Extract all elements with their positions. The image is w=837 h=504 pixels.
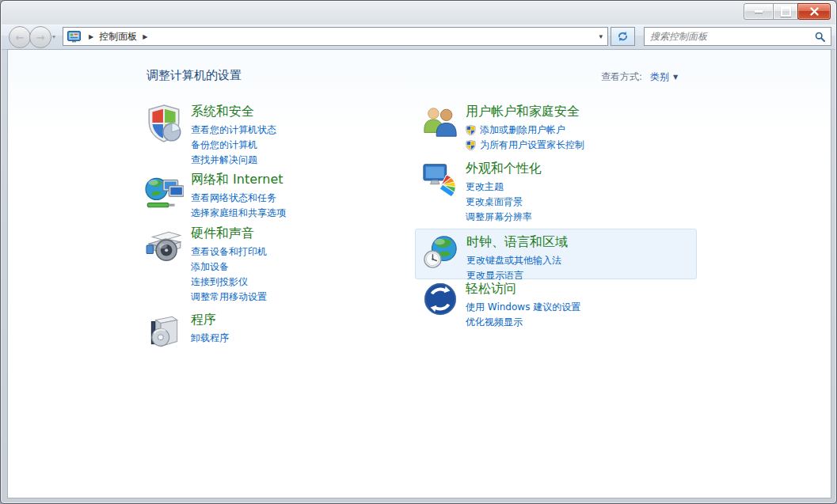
- uac-shield-icon: [466, 125, 476, 135]
- close-icon: [810, 7, 819, 16]
- category-title[interactable]: 时钟、语言和区域: [466, 234, 568, 251]
- view-by-control: 查看方式: 类别 ▼: [601, 70, 678, 84]
- category-links: 查看您的计算机状态 备份您的计算机 查找并解决问题: [191, 123, 276, 168]
- address-bar[interactable]: ▶ 控制面板 ▶ ▾: [63, 27, 608, 46]
- appearance-personalization-icon: [422, 161, 458, 197]
- view-by-dropdown[interactable]: 类别: [650, 70, 669, 84]
- breadcrumb-root[interactable]: 控制面板: [99, 30, 137, 44]
- section-ease-of-access: 轻松访问 使用 Windows 建议的设置 优化视频显示: [422, 281, 580, 330]
- user-accounts-icon: [422, 104, 458, 140]
- task-link[interactable]: 备份您的计算机: [191, 138, 276, 152]
- category-links: 添加或删除用户帐户 为所有用户设置家长控制: [466, 123, 584, 153]
- category-links: 更改主题 更改桌面背景 调整屏幕分辨率: [466, 180, 542, 225]
- window-controls: [744, 3, 831, 20]
- navigation-toolbar: ← → ▾ ▶ 控制面板 ▶ ▾: [2, 25, 835, 50]
- task-link[interactable]: 选择家庭组和共享选项: [191, 206, 286, 220]
- uac-shield-icon: [466, 140, 476, 150]
- task-link[interactable]: 调整常用移动设置: [191, 290, 267, 304]
- breadcrumb-chevron-icon[interactable]: ▶: [89, 33, 93, 40]
- breadcrumb-chevron-icon[interactable]: ▶: [143, 33, 147, 40]
- refresh-button[interactable]: [611, 27, 635, 46]
- category-title[interactable]: 用户帐户和家庭安全: [466, 104, 584, 120]
- task-link[interactable]: 查看网络状态和任务: [191, 191, 286, 205]
- titlebar[interactable]: [1, 1, 836, 25]
- chevron-down-icon[interactable]: ▼: [673, 74, 678, 81]
- back-button[interactable]: ←: [9, 26, 31, 48]
- section-programs: 程序 卸载程序: [144, 312, 229, 351]
- category-title[interactable]: 轻松访问: [466, 281, 580, 297]
- section-appearance-personalization: 外观和个性化 更改主题 更改桌面背景 调整屏幕分辨率: [422, 161, 542, 225]
- view-by-label: 查看方式:: [601, 70, 642, 84]
- task-link[interactable]: 查找并解决问题: [191, 153, 276, 167]
- task-link[interactable]: 添加或删除用户帐户: [466, 123, 584, 137]
- address-dropdown-icon[interactable]: ▾: [599, 32, 603, 40]
- section-network-internet: 网络和 Internet 查看网络状态和任务 选择家庭组和共享选项: [144, 172, 286, 221]
- search-input[interactable]: [645, 31, 815, 42]
- category-links: 查看设备和打印机 添加设备 连接到投影仪 调整常用移动设置: [191, 244, 267, 305]
- system-security-icon: [144, 104, 184, 143]
- category-links: 卸载程序: [191, 331, 229, 346]
- category-links: 更改键盘或其他输入法 更改显示语言: [466, 253, 568, 283]
- task-link[interactable]: 查看设备和打印机: [191, 244, 267, 259]
- task-link[interactable]: 调整屏幕分辨率: [466, 210, 542, 224]
- control-panel-window: ← → ▾ ▶ 控制面板 ▶ ▾: [0, 0, 837, 504]
- ease-of-access-icon: [422, 281, 458, 317]
- clock-language-region-icon: [423, 234, 459, 271]
- page-title: 调整计算机的设置: [146, 68, 242, 83]
- section-user-accounts: 用户帐户和家庭安全 添加或删除用户帐户 为所有用户设置家长控制: [422, 104, 584, 153]
- task-link[interactable]: 连接到投影仪: [191, 275, 267, 289]
- task-link[interactable]: 查看您的计算机状态: [191, 123, 276, 137]
- maximize-icon: [781, 6, 791, 17]
- task-link[interactable]: 更改桌面背景: [466, 195, 542, 209]
- category-title[interactable]: 网络和 Internet: [191, 172, 286, 188]
- hardware-sound-icon: [144, 225, 184, 265]
- task-link[interactable]: 更改主题: [466, 180, 542, 194]
- category-title[interactable]: 硬件和声音: [191, 225, 267, 242]
- network-internet-icon: [144, 172, 184, 211]
- section-hardware-sound: 硬件和声音 查看设备和打印机 添加设备 连接到投影仪 调整常用移动设置: [144, 225, 267, 305]
- category-title[interactable]: 程序: [191, 312, 229, 328]
- task-link[interactable]: 更改键盘或其他输入法: [466, 253, 568, 267]
- task-link[interactable]: 卸载程序: [191, 331, 229, 345]
- maximize-button[interactable]: [773, 3, 798, 20]
- back-arrow-icon: ←: [16, 32, 25, 44]
- close-button[interactable]: [797, 3, 831, 20]
- minimize-button[interactable]: [744, 3, 774, 20]
- category-title[interactable]: 外观和个性化: [466, 161, 542, 177]
- section-system-security: 系统和安全 查看您的计算机状态 备份您的计算机 查找并解决问题: [144, 104, 276, 168]
- search-box: [644, 27, 831, 46]
- forward-button[interactable]: →: [29, 26, 51, 48]
- category-links: 使用 Windows 建议的设置 优化视频显示: [466, 300, 580, 330]
- section-clock-language-region: 时钟、语言和区域 更改键盘或其他输入法 更改显示语言: [415, 229, 697, 279]
- search-icon[interactable]: [815, 32, 825, 42]
- category-links: 查看网络状态和任务 选择家庭组和共享选项: [191, 191, 286, 221]
- category-title[interactable]: 系统和安全: [191, 104, 276, 120]
- task-link[interactable]: 使用 Windows 建议的设置: [466, 300, 580, 314]
- control-panel-icon: [67, 31, 81, 43]
- screen: ← → ▾ ▶ 控制面板 ▶ ▾: [0, 0, 837, 504]
- minimize-icon: [755, 10, 763, 13]
- control-panel-home: 调整计算机的设置 查看方式: 类别 ▼ 系统和安全 查: [7, 49, 831, 498]
- programs-icon: [144, 312, 184, 351]
- task-link[interactable]: 为所有用户设置家长控制: [466, 138, 584, 152]
- forward-arrow-icon: →: [36, 32, 45, 44]
- recent-pages-dropdown[interactable]: ▾: [52, 33, 55, 40]
- task-link[interactable]: 优化视频显示: [466, 315, 580, 329]
- refresh-icon: [617, 31, 629, 42]
- task-link[interactable]: 添加设备: [191, 260, 267, 274]
